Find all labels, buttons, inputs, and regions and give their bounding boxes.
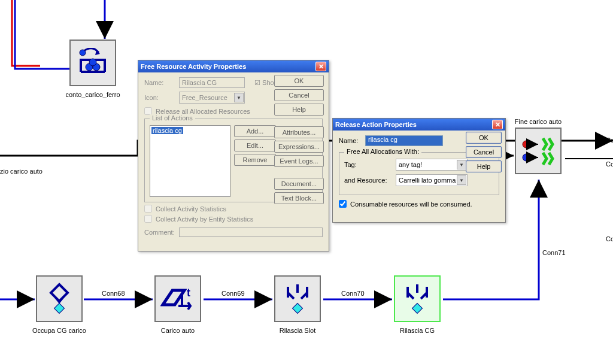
dialog2-title: Release Action Properties [335, 121, 417, 128]
resource-combo[interactable]: Carrelli lato gomma ▼ [396, 174, 468, 186]
name-label: Name: [144, 79, 175, 86]
edge-label: Co [606, 160, 613, 168]
edge-label: Co [606, 136, 613, 144]
name-field[interactable]: rilascia cg [365, 135, 443, 146]
dialog-release-action: Release Action Properties ✕ Name: rilasc… [332, 118, 506, 223]
cancel-button[interactable]: Cancel [274, 89, 324, 101]
close-icon[interactable]: ✕ [492, 120, 503, 129]
edge-label: Co [606, 235, 613, 242]
node-label: conto_carico_ferro [51, 91, 135, 98]
edge-label: Conn70 [341, 290, 365, 297]
comment-label: Comment: [144, 229, 175, 236]
icon-label: Icon: [144, 94, 175, 101]
release-icon [395, 277, 439, 321]
name-label: Name: [339, 137, 362, 144]
chevron-down-icon: ▼ [457, 175, 466, 185]
seize-icon [37, 277, 81, 321]
svg-point-4 [523, 141, 530, 148]
node-label: Rilascia Slot [256, 327, 339, 334]
name-field[interactable] [179, 77, 245, 88]
svg-point-3 [80, 50, 86, 56]
node-label: Carico auto [136, 327, 220, 334]
list-legend: List of Actions [150, 114, 195, 122]
svg-point-5 [523, 154, 530, 161]
node-rilascia-cg[interactable]: Rilascia CG [394, 275, 441, 322]
chevron-down-icon: ▼ [457, 160, 466, 169]
actions-listbox[interactable]: rilascia cg [150, 125, 230, 197]
cancel-button[interactable]: Cancel [466, 146, 502, 158]
eventlogs-button[interactable]: Event Logs... [274, 155, 324, 167]
svg-rect-6 [54, 304, 65, 314]
dialog1-titlebar[interactable]: Free Resource Activity Properties ✕ [138, 60, 329, 72]
svg-rect-9 [412, 304, 423, 314]
chk-entity-stats[interactable]: Collect Activity by Entity Statistics [144, 215, 323, 223]
icon-combo[interactable]: Free_Resource ▼ [179, 92, 245, 104]
chevron-down-icon: ▼ [234, 93, 244, 102]
expressions-button[interactable]: Expressions... [274, 141, 324, 153]
help-button[interactable]: Help [466, 160, 502, 172]
batch-icon [71, 41, 115, 85]
remove-button[interactable]: Remove [234, 154, 276, 166]
add-button[interactable]: Add... [234, 125, 276, 137]
merge-icon [516, 129, 560, 173]
dialog-free-resource-activity: Free Resource Activity Properties ✕ Name… [138, 60, 329, 251]
svg-rect-8 [293, 304, 303, 314]
close-icon[interactable]: ✕ [315, 62, 326, 71]
delay-icon: t [156, 277, 200, 321]
list-item[interactable]: rilascia cg [151, 127, 183, 134]
node-conto-carico-ferro[interactable]: conto_carico_ferro [69, 40, 116, 86]
ok-button[interactable]: OK [274, 75, 324, 87]
dialog1-title: Free Resource Activity Properties [141, 63, 246, 70]
tag-combo[interactable]: any tag! ▼ [396, 159, 468, 171]
svg-text:t: t [187, 287, 190, 299]
node-label: Fine carico auto [496, 118, 580, 125]
edit-button[interactable]: Edit... [234, 139, 276, 151]
edge-label: Conn68 [102, 290, 125, 297]
chk-consume[interactable]: Consumable resources will be consumed. [339, 200, 499, 208]
attributes-button[interactable]: Attributes... [274, 126, 324, 138]
node-label: Occupa CG carico [17, 327, 101, 334]
comment-field[interactable] [179, 228, 323, 237]
node-carico-auto[interactable]: t Carico auto [154, 275, 201, 322]
ok-button[interactable]: OK [466, 132, 502, 144]
free-all-legend: Free All Allocations With: [344, 148, 421, 155]
chk-stats[interactable]: Collect Activity Statistics [144, 205, 323, 213]
node-occupa-cg[interactable]: Occupa CG carico [36, 275, 83, 322]
svg-point-2 [89, 59, 96, 66]
left-truncated-label: zio carico auto [0, 168, 43, 175]
node-fine-carico-auto[interactable]: Fine carico auto [515, 128, 562, 174]
release-icon [275, 277, 320, 321]
dialog2-titlebar[interactable]: Release Action Properties ✕ [333, 119, 505, 131]
node-rilascia-slot[interactable]: Rilascia Slot [274, 275, 321, 322]
tag-label: Tag: [344, 161, 392, 168]
edge-label: Conn71 [542, 249, 566, 256]
resource-label: and Resource: [344, 177, 392, 184]
edge-label: Conn69 [221, 290, 245, 297]
help-button[interactable]: Help [274, 104, 324, 116]
textblock-button[interactable]: Text Block... [274, 192, 324, 204]
node-label: Rilascia CG [375, 327, 459, 334]
document-button[interactable]: Document... [274, 178, 324, 190]
